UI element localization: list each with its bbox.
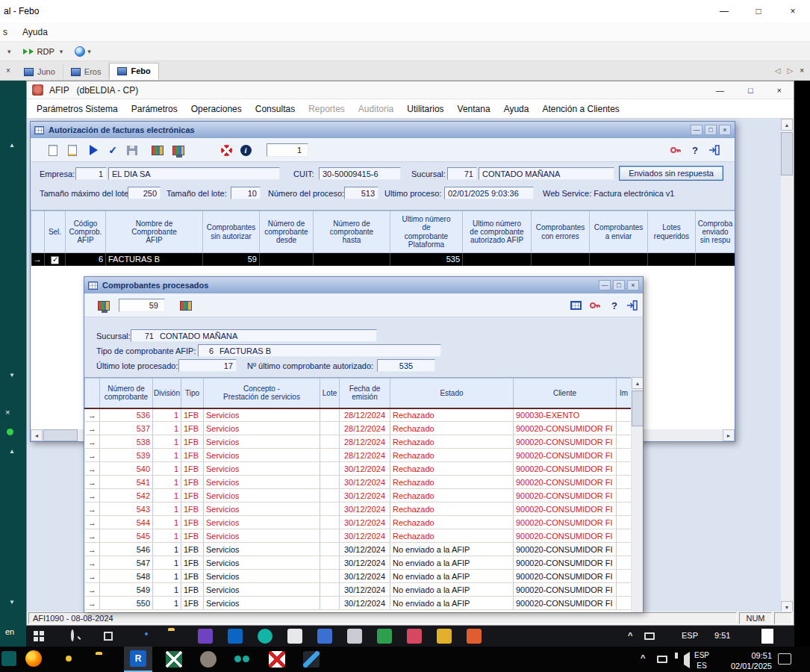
scroll-thumb[interactable]	[43, 429, 78, 441]
tab-febo[interactable]: Febo	[109, 63, 158, 80]
language-indicator[interactable]: ESP	[682, 631, 698, 640]
help-button[interactable]: ?	[686, 141, 704, 159]
record-count-field[interactable]: 59	[119, 299, 165, 312]
tab-forward-icon[interactable]: ▷	[787, 66, 793, 75]
menu-atencion-clientes[interactable]: Atención a Clientes	[535, 102, 626, 116]
menu-consultas[interactable]: Consultas	[249, 102, 302, 116]
menu-utilitarios[interactable]: Utilitarios	[400, 102, 450, 116]
scroll-up-icon[interactable]: ▲	[9, 142, 15, 149]
col-header-nombre[interactable]: Nombre de Comprobante AFIP	[106, 211, 203, 253]
help-button[interactable]: ?	[605, 296, 623, 314]
table-row[interactable]: → 536 1 1FB Servicios 28/12/2024 Rechaza…	[85, 408, 632, 422]
col-header[interactable]	[85, 379, 100, 408]
col-header-sin-autorizar[interactable]: Comprobantes sin autorizar	[203, 211, 260, 253]
scroll-left-button[interactable]: ◄	[31, 429, 43, 441]
app-icon[interactable]	[467, 629, 482, 644]
grid-view-button[interactable]	[149, 141, 166, 159]
task-view-button[interactable]	[104, 632, 113, 641]
notification-icon[interactable]	[778, 653, 791, 665]
sucursal-field[interactable]: 71 CONTADO MAÑANA	[131, 329, 377, 342]
table-row[interactable]: → 541 1 1FB Servicios 30/12/2024 Rechaza…	[85, 476, 632, 489]
maximize-button[interactable]: □	[741, 6, 776, 16]
remote-title-bar[interactable]: al - Febo — □ ×	[0, 0, 810, 22]
scroll-track[interactable]	[632, 389, 644, 612]
col-header-fecha[interactable]: Fecha de emisión	[340, 379, 390, 408]
scroll-up-icon[interactable]: ▲	[9, 448, 15, 455]
col-header-numero[interactable]: Número de comprobante	[100, 379, 153, 408]
selected-row[interactable]: → 6 FACTURAS B 59 535	[31, 253, 735, 266]
scroll-down-icon[interactable]: ▼	[9, 372, 15, 379]
table-row[interactable]: → 548 1 1FB Servicios 30/12/2024 No envi…	[85, 570, 632, 583]
table-row[interactable]: → 545 1 1FB Servicios 30/12/2024 Rechaza…	[85, 529, 632, 543]
proc-table-vscrollbar[interactable]: ▲	[632, 377, 644, 612]
new-button[interactable]	[44, 141, 62, 159]
close-button[interactable]: ×	[776, 6, 810, 16]
minimize-button[interactable]: —	[707, 6, 741, 16]
language-indicator[interactable]: ESP ES	[694, 650, 709, 671]
table-row[interactable]: → 542 1 1FB Servicios 30/12/2024 Rechaza…	[85, 489, 632, 503]
col-header-tipo[interactable]: Tipo	[181, 379, 204, 408]
tipo-field[interactable]: 6 FACTURAS B	[198, 344, 441, 357]
globe-caret-icon[interactable]: ▾	[87, 48, 91, 55]
gimp-icon[interactable]	[200, 651, 216, 668]
menu-ventana[interactable]: Ventana	[451, 102, 497, 116]
binoculars-icon[interactable]	[234, 656, 249, 662]
app-icon[interactable]	[258, 629, 272, 644]
dropdown-caret-icon[interactable]: ▾	[7, 48, 11, 55]
editor-icon[interactable]	[303, 651, 320, 668]
scroll-up-button[interactable]: ▲	[781, 119, 793, 131]
close-button[interactable]: ×	[777, 86, 782, 95]
table-row[interactable]: → 540 1 1FB Servicios 30/12/2024 Rechaza…	[85, 462, 632, 476]
minimize-button[interactable]: —	[716, 86, 724, 95]
maximize-button[interactable]: □	[705, 125, 717, 135]
maximize-button[interactable]: □	[748, 86, 753, 95]
app-icon[interactable]	[198, 629, 213, 644]
run-button[interactable]	[84, 141, 102, 159]
app-icon[interactable]	[228, 629, 243, 644]
process-count-field[interactable]: 1	[267, 143, 308, 157]
app-icon[interactable]	[437, 629, 452, 644]
app-icon[interactable]	[407, 629, 422, 644]
save-button[interactable]	[123, 141, 141, 159]
menu-ayuda[interactable]: Ayuda	[497, 102, 536, 116]
table-button[interactable]	[567, 296, 585, 314]
tray-expand-icon[interactable]: ^	[628, 631, 632, 640]
col-header-importe[interactable]: Im	[617, 379, 632, 408]
col-header-lote[interactable]: Lote	[320, 379, 340, 408]
clock[interactable]: 9:51	[714, 631, 730, 640]
remote-manager-icon-active[interactable]: R	[124, 647, 152, 672]
grid-view-button[interactable]	[177, 296, 195, 314]
lote-max-field[interactable]: 250	[128, 187, 161, 199]
sel-checkbox[interactable]	[51, 256, 59, 264]
app-icon[interactable]	[377, 629, 392, 644]
minimize-button[interactable]: —	[691, 125, 702, 135]
close-button[interactable]: ×	[719, 125, 731, 135]
afip-title-bar[interactable]: AFIP (dbELDIA - CP) — □ ×	[27, 81, 794, 99]
table-row[interactable]: → 539 1 1FB Servicios 28/12/2024 Rechaza…	[85, 449, 632, 462]
table-row[interactable]: → 543 1 1FB Servicios 30/12/2024 Rechaza…	[85, 503, 632, 516]
close-button[interactable]: ×	[627, 280, 639, 290]
scroll-up-button[interactable]: ▲	[632, 377, 644, 389]
maximize-button[interactable]: □	[613, 280, 625, 290]
volume-icon[interactable]	[684, 652, 690, 668]
close-session-icon[interactable]	[269, 651, 285, 668]
col-header-lotes[interactable]: Lotes requeridos	[648, 211, 696, 253]
app-icon[interactable]	[317, 629, 332, 644]
col-header-desde[interactable]: Número de comprobante desde	[260, 211, 314, 253]
ultimo-proceso-field[interactable]: 02/01/2025 9:03:36	[444, 187, 534, 199]
cancel-button[interactable]	[217, 141, 235, 159]
globe-icon[interactable]	[75, 46, 85, 57]
menu-item-ayuda[interactable]: Ayuda	[18, 25, 52, 39]
table-row[interactable]: → 550 1 1FB Servicios 30/12/2024 No envi…	[85, 597, 632, 610]
tab-back-icon[interactable]: ◁	[775, 66, 781, 75]
start-button[interactable]	[34, 631, 44, 641]
empresa-code-field[interactable]: 1	[75, 167, 107, 180]
proceso-field[interactable]: 513	[344, 187, 378, 199]
table-row[interactable]: → 546 1 1FB Servicios 30/12/2024 No envi…	[85, 543, 632, 556]
tab-eros[interactable]: Eros	[63, 64, 110, 80]
tab-close-icon[interactable]: ×	[800, 66, 804, 75]
col-header-concepto[interactable]: Concepto - Prestación de servicios	[204, 379, 320, 408]
exit-button[interactable]	[705, 141, 723, 159]
scroll-thumb[interactable]	[781, 132, 793, 175]
cuit-field[interactable]: 30-50009415-6	[319, 167, 401, 180]
